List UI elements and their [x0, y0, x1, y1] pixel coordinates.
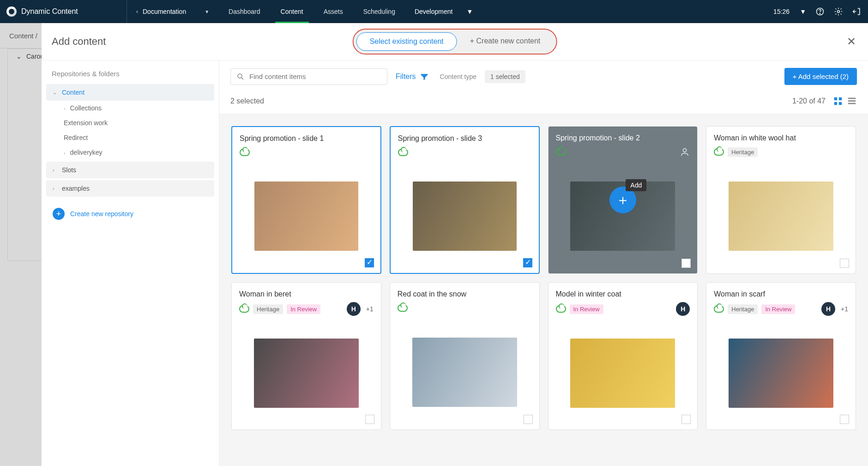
modal-body: Repositories & folders ⌄ Content › Colle…: [42, 60, 868, 466]
content-type-chip[interactable]: 1 selected: [485, 70, 525, 83]
tree-item-extension-work[interactable]: Extension work: [46, 115, 214, 130]
svg-rect-9: [848, 100, 856, 102]
card-thumbnail: [714, 322, 848, 424]
tree-label: Collections: [70, 104, 102, 112]
tree-item-slots[interactable]: › Slots: [46, 162, 214, 178]
tree-item-collections[interactable]: › Collections: [46, 101, 214, 115]
logout-icon[interactable]: [852, 7, 862, 16]
filters-button[interactable]: Filters: [396, 72, 429, 81]
gear-icon[interactable]: [834, 7, 843, 16]
add-tooltip: Add: [626, 179, 646, 191]
tree-item-deliverykey[interactable]: › deliverykey: [46, 145, 214, 160]
card-hover-overlay: ＋ Add: [549, 127, 698, 273]
brand-name: Dynamic Content: [21, 7, 78, 16]
time-value: 15:26: [773, 8, 790, 15]
new-repo-label: Create new repository: [70, 210, 133, 218]
card-title: Woman in beret: [239, 290, 374, 298]
plus-icon: +: [53, 208, 65, 220]
avatar[interactable]: H: [676, 302, 690, 316]
avatar[interactable]: H: [821, 302, 835, 316]
cloud-icon: [556, 305, 566, 313]
card-checkbox[interactable]: [840, 259, 849, 268]
chevron-left-icon: ‹: [136, 8, 138, 15]
svg-rect-4: [834, 97, 837, 100]
help-icon[interactable]: [815, 7, 825, 16]
environment-label: Development: [415, 8, 453, 15]
card-title: Spring promotion - slide 3: [398, 134, 531, 143]
card-title: Model in winter coat: [556, 290, 690, 298]
svg-point-3: [238, 74, 242, 78]
content-card[interactable]: Woman in beret Heritage In Review H +1: [231, 282, 381, 430]
select-existing-option[interactable]: Select existing content: [356, 32, 457, 51]
environment-menu[interactable]: Development ▼: [405, 8, 482, 15]
card-title: Woman in white wool hat: [714, 134, 848, 142]
view-toggle: [833, 96, 857, 106]
card-grid-wrapper[interactable]: Spring promotion - slide 1 Spring promot…: [219, 114, 868, 466]
card-checkbox[interactable]: [365, 415, 374, 424]
search-icon: [236, 73, 245, 81]
svg-point-1: [820, 13, 820, 14]
cloud-icon: [714, 148, 724, 156]
card-checkbox[interactable]: [365, 258, 374, 267]
card-grid: Spring promotion - slide 1 Spring promot…: [231, 126, 856, 430]
tree-item-content[interactable]: ⌄ Content: [46, 84, 214, 101]
search-input[interactable]: [249, 73, 381, 80]
list-view-icon[interactable]: [847, 96, 857, 106]
svg-rect-7: [839, 102, 842, 105]
content-card[interactable]: Spring promotion - slide 2 ＋ Add: [548, 126, 698, 274]
repo-sidebar: Repositories & folders ⌄ Content › Colle…: [42, 61, 219, 466]
card-thumbnail: [239, 322, 374, 424]
modal-title: Add content: [52, 36, 106, 48]
card-thumbnail: [240, 165, 373, 267]
time-menu[interactable]: 15:26 ▼: [773, 8, 806, 15]
documentation-menu[interactable]: ‹ Documentation ▼: [127, 8, 218, 15]
tab-content[interactable]: Content: [271, 0, 313, 23]
filter-icon: [420, 72, 429, 81]
tab-scheduling[interactable]: Scheduling: [353, 0, 405, 23]
card-checkbox[interactable]: [524, 415, 533, 424]
tree-label: Redirect: [64, 134, 88, 141]
more-count: +1: [366, 305, 374, 313]
content-card[interactable]: Spring promotion - slide 1: [231, 126, 381, 274]
tree-label: deliverykey: [70, 149, 102, 156]
card-checkbox[interactable]: [840, 415, 849, 424]
content-card[interactable]: Woman in scarf Heritage In Review H +1: [706, 282, 856, 430]
tree-item-examples[interactable]: › examples: [46, 180, 214, 197]
cloud-icon: [240, 149, 250, 156]
card-thumbnail: [398, 165, 531, 267]
content-card[interactable]: Spring promotion - slide 3: [390, 126, 540, 274]
card-checkbox[interactable]: [523, 258, 532, 267]
close-icon[interactable]: ✕: [845, 35, 858, 48]
tab-assets[interactable]: Assets: [313, 0, 353, 23]
cloud-icon: [239, 305, 249, 313]
tag-heritage: Heritage: [728, 147, 758, 157]
svg-rect-10: [848, 103, 856, 104]
create-new-repository[interactable]: + Create new repository: [46, 201, 214, 226]
card-checkbox[interactable]: [681, 415, 691, 424]
tab-dashboard[interactable]: Dashboard: [218, 0, 271, 23]
chevron-down-icon: ▼: [800, 8, 806, 15]
grid-view-icon[interactable]: [833, 96, 843, 106]
documentation-label: Documentation: [143, 8, 186, 15]
add-selected-button[interactable]: + Add selected (2): [784, 68, 857, 85]
filters-label: Filters: [396, 73, 416, 81]
content-type-label: Content type: [440, 73, 476, 80]
more-count: +1: [841, 305, 848, 313]
modal-header: Add content Select existing content + Cr…: [42, 23, 868, 60]
tag-in-review: In Review: [570, 304, 603, 314]
avatar[interactable]: H: [347, 302, 361, 316]
brand: Dynamic Content: [6, 6, 127, 17]
tag-heritage: Heritage: [728, 304, 758, 314]
chevron-right-icon: ›: [53, 186, 58, 191]
chevron-down-icon: ▼: [205, 9, 209, 14]
create-new-option[interactable]: + Create new content: [457, 32, 554, 51]
search-input-wrapper[interactable]: [230, 68, 387, 85]
svg-rect-5: [839, 97, 842, 100]
svg-rect-6: [834, 102, 837, 105]
content-card[interactable]: Red coat in the snow: [390, 282, 540, 430]
tree-item-redirect[interactable]: Redirect: [46, 130, 214, 145]
svg-point-2: [838, 11, 840, 13]
content-card[interactable]: Woman in white wool hat Heritage: [706, 126, 856, 274]
content-card[interactable]: Model in winter coat In Review H: [548, 282, 698, 430]
tag-in-review: In Review: [287, 304, 320, 314]
